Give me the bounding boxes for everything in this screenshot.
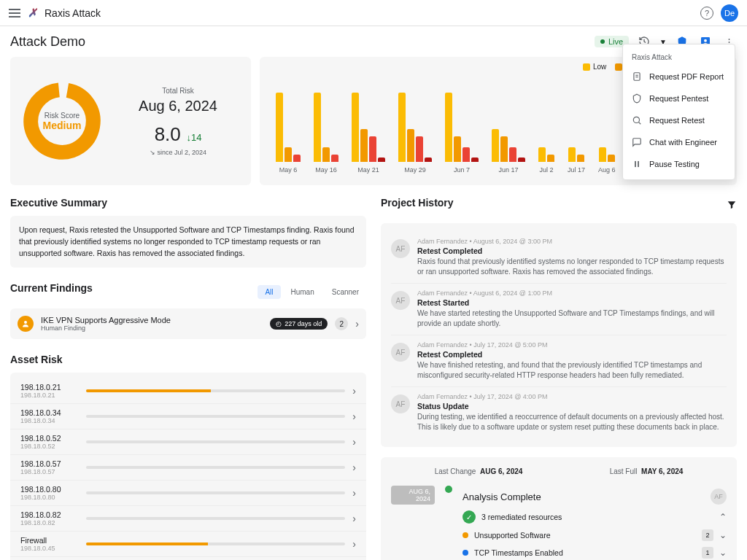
action-menu-item[interactable]: Request Retest <box>623 109 735 131</box>
filter-tab[interactable]: Scanner <box>325 285 366 299</box>
author-avatar: AF <box>391 394 410 413</box>
action-menu-title: Raxis Attack <box>623 49 735 66</box>
timeline-row: AUG 6, 2024 Analysis Complete AF ✓ 3 rem… <box>391 486 727 560</box>
risk-date: Aug 6, 2024 <box>117 98 239 114</box>
chart-bar <box>500 136 508 162</box>
svg-line-8 <box>638 122 640 124</box>
chevron-right-icon: › <box>352 411 356 422</box>
author-avatar: AF <box>391 343 410 362</box>
chart-bar <box>331 155 338 162</box>
history-meta: Adam Fernandez • July 17, 2024 @ 5:00 PM <box>417 341 727 349</box>
menu-item-icon <box>632 115 642 125</box>
asset-row[interactable]: NTP Server 198.18.0.22 › <box>10 556 366 560</box>
timeline-sub-item[interactable]: TCP Timestamps Enabled 1 ⌄ <box>462 544 727 560</box>
asset-row[interactable]: 198.18.0.52 198.18.0.52 › <box>10 429 366 454</box>
risk-donut: Risk Score Medium <box>22 81 102 161</box>
author-avatar: AF <box>711 489 727 505</box>
risk-score-card: Risk Score Medium Total Risk Aug 6, 2024… <box>10 57 251 185</box>
menu-item-icon <box>632 71 642 82</box>
asset-row[interactable]: Firewall 198.18.0.45 › <box>10 531 366 556</box>
bullet-icon <box>462 550 468 556</box>
history-item[interactable]: AF Adam Fernandez • August 6, 2024 @ 1:0… <box>391 283 727 335</box>
help-icon[interactable]: ? <box>700 7 713 20</box>
x-axis-label: Jun 17 <box>498 166 518 174</box>
asset-risk-bar <box>86 542 345 545</box>
asset-row[interactable]: 198.18.0.34 198.18.0.34 › <box>10 403 366 429</box>
history-meta: Adam Fernandez • August 6, 2024 @ 1:00 P… <box>417 289 727 297</box>
chart-bar <box>547 155 554 162</box>
history-meta: Adam Fernandez • July 17, 2024 @ 4:00 PM <box>417 393 727 400</box>
x-axis-label: Jul 17 <box>568 166 585 174</box>
svg-point-3 <box>24 321 27 324</box>
menu-item-icon <box>632 137 642 147</box>
days-old-pill: ◴ 227 days old <box>270 318 328 330</box>
action-menu-item[interactable]: Pause Testing <box>623 153 735 175</box>
action-menu-item[interactable]: Request Pentest <box>623 88 735 109</box>
history-entry-title: Retest Completed <box>417 246 727 255</box>
chart-bar <box>462 147 470 162</box>
asset-ip: 198.18.0.82 <box>20 519 79 526</box>
chart-bar <box>352 93 359 162</box>
asset-row[interactable]: 198.18.0.21 198.18.0.21 › <box>10 378 366 403</box>
finding-severity-icon <box>18 316 34 332</box>
filter-icon[interactable] <box>727 200 737 213</box>
chart-bar <box>509 147 516 162</box>
menu-icon[interactable] <box>9 9 20 18</box>
finding-title: IKE VPN Supports Aggressive Mode <box>41 316 171 324</box>
action-menu-item[interactable]: Request PDF Report <box>623 66 735 88</box>
timeline-summary[interactable]: ✓ 3 remediated resources ⌃ <box>462 508 727 526</box>
user-avatar[interactable]: De <box>721 4 738 22</box>
history-item[interactable]: AF Adam Fernandez • July 17, 2024 @ 4:00… <box>391 386 727 438</box>
history-title: Project History <box>381 197 454 209</box>
x-axis-label: Jun 7 <box>454 166 470 174</box>
asset-risk-bar <box>86 389 345 392</box>
chart-bar <box>599 147 606 162</box>
history-item[interactable]: AF Adam Fernandez • July 17, 2024 @ 5:00… <box>391 335 727 386</box>
menu-item-icon <box>632 93 642 104</box>
x-axis-label: Aug 6 <box>598 166 616 174</box>
risk-delta: ↓14 <box>186 132 201 143</box>
asset-row[interactable]: 198.18.0.80 198.18.0.80 › <box>10 480 366 505</box>
chart-bar <box>322 147 330 162</box>
history-item[interactable]: AF Adam Fernandez • August 6, 2024 @ 3:0… <box>391 232 727 283</box>
history-entry-title: Status Update <box>417 402 727 411</box>
risk-score: 8.0 <box>155 123 181 145</box>
timeline-card: Last Change AUG 6, 2024 Last Full MAY 6,… <box>381 457 737 560</box>
findings-filter-tabs: AllHumanScanner <box>258 285 366 299</box>
topbar: ✗ Raxis Attack ? De <box>0 0 747 26</box>
asset-name: 198.18.0.82 <box>20 510 79 519</box>
filter-tab[interactable]: All <box>258 285 280 299</box>
x-axis-label: May 6 <box>279 166 298 174</box>
timeline-sub-item[interactable]: Unsupported Software 2 ⌄ <box>462 526 727 544</box>
asset-name: 198.18.0.34 <box>20 408 79 417</box>
sub-count: 2 <box>702 529 713 541</box>
chart-bar <box>369 136 376 162</box>
history-entry-body: We have finished retesting, and found th… <box>417 360 727 381</box>
author-avatar: AF <box>391 291 410 310</box>
chevron-down-icon: ⌄ <box>719 548 727 558</box>
finding-row[interactable]: IKE VPN Supports Aggressive Mode Human F… <box>10 308 366 339</box>
x-axis-label: May 29 <box>404 166 426 174</box>
finding-sub: Human Finding <box>41 324 171 332</box>
chart-bar <box>360 129 368 162</box>
asset-ip: 198.18.0.57 <box>20 468 79 475</box>
chevron-right-icon: › <box>352 487 356 499</box>
page-title: Attack Demo <box>10 34 85 50</box>
action-menu-item[interactable]: Chat with Engineer <box>623 131 735 153</box>
asset-risk-bar <box>86 466 345 469</box>
filter-tab[interactable]: Human <box>284 285 322 299</box>
action-menu: Raxis Attack Request PDF ReportRequest P… <box>622 44 735 180</box>
chart-bar <box>568 147 576 162</box>
chevron-icon: ⌃ <box>719 512 727 522</box>
asset-row[interactable]: 198.18.0.82 198.18.0.82 › <box>10 505 366 531</box>
risk-score-label: Risk Score <box>44 112 80 120</box>
history-meta: Adam Fernandez • August 6, 2024 @ 3:00 P… <box>417 238 727 245</box>
x-axis-label: May 16 <box>315 166 337 174</box>
chart-bar <box>293 155 301 162</box>
asset-row[interactable]: 198.18.0.57 198.18.0.57 › <box>10 454 366 480</box>
exec-summary-card: Upon request, Raxis retested the Unsuppo… <box>10 216 366 268</box>
asset-name: 198.18.0.21 <box>20 383 79 392</box>
chart-bar <box>471 158 479 162</box>
chevron-down-icon: ⌄ <box>719 530 727 540</box>
asset-ip: 198.18.0.52 <box>20 443 79 450</box>
